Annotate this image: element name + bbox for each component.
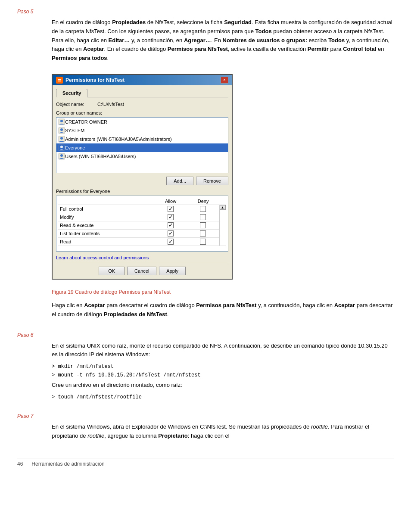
perm-name: Read <box>58 238 154 246</box>
user-icon <box>58 144 65 151</box>
paso5-section: Paso 5 En el cuadro de diálogo Propiedad… <box>17 9 394 319</box>
cancel-button[interactable]: Cancel <box>127 267 156 275</box>
unchecked-checkbox[interactable] <box>200 206 206 212</box>
object-name-value: C:\U\NfsTest <box>97 102 124 107</box>
perms-col-scroll <box>219 198 226 205</box>
user-icon <box>58 153 65 160</box>
dialog-close-button[interactable]: × <box>221 77 228 84</box>
svg-rect-2 <box>58 81 61 81</box>
dialog-title: Permissions for NfsTest <box>65 77 125 83</box>
table-row: Modify <box>58 213 226 221</box>
perm-allow-cell[interactable] <box>154 205 187 213</box>
group-label: Group or user names: <box>56 110 228 115</box>
paso5-content: En el cuadro de diálogo Propiedades de N… <box>52 18 394 63</box>
dialog-footer: OK Cancel Apply <box>56 263 228 275</box>
checked-checkbox[interactable] <box>168 230 174 236</box>
permissions-section: Permissions for Everyone Allow Deny <box>56 189 228 252</box>
paso7-label: Paso 7 <box>17 413 394 419</box>
table-row: Read <box>58 238 226 246</box>
add-remove-row: Add... Remove <box>56 177 228 185</box>
checked-checkbox[interactable] <box>168 214 174 220</box>
user-icon <box>58 136 65 143</box>
paso5-after-text: Haga clic en Aceptar para descartar el c… <box>52 301 394 319</box>
unchecked-checkbox[interactable] <box>200 239 206 245</box>
paso6-content: En el sistema UNIX como raíz, monte el r… <box>52 342 394 360</box>
user-icon <box>58 127 65 134</box>
scrollbar-area[interactable]: ▲ <box>219 205 226 246</box>
svg-rect-1 <box>58 79 61 80</box>
paso6-section: Paso 6 En el sistema UNIX como raíz, mon… <box>17 332 394 400</box>
paso7-content: En el sistema Windows, abra el Explorado… <box>52 423 394 441</box>
perm-allow-cell[interactable] <box>154 221 187 230</box>
user-icon <box>58 118 65 125</box>
user-item[interactable]: SYSTEM <box>56 126 228 135</box>
unchecked-checkbox[interactable] <box>200 214 206 220</box>
paso6-label: Paso 6 <box>17 332 394 338</box>
user-item[interactable]: Users (WIN-5TI68HAJ0A5\Users) <box>56 152 228 161</box>
remove-button[interactable]: Remove <box>196 177 228 185</box>
perms-col-deny: Deny <box>187 198 219 205</box>
apply-button[interactable]: Apply <box>159 267 186 275</box>
permissions-table: Allow Deny Full control <box>58 198 226 246</box>
perms-col-name <box>58 198 154 205</box>
perms-col-allow: Allow <box>154 198 187 205</box>
tab-security[interactable]: Security <box>56 89 87 97</box>
object-name-row: Object name: C:\U\NfsTest <box>56 102 228 107</box>
perm-allow-cell[interactable] <box>154 238 187 246</box>
table-row: Full control ▲ <box>58 205 226 213</box>
svg-point-4 <box>60 120 63 122</box>
perm-deny-cell[interactable] <box>187 213 219 221</box>
paso5-paragraph: En el cuadro de diálogo Propiedades de N… <box>52 18 394 63</box>
paso5-label: Paso 5 <box>17 9 394 15</box>
permissions-for-label: Permissions for Everyone <box>56 189 228 194</box>
table-row: Read & execute <box>58 221 226 230</box>
add-button[interactable]: Add... <box>166 177 193 185</box>
perm-allow-cell[interactable] <box>154 213 187 221</box>
svg-point-10 <box>60 146 63 148</box>
perm-name: Full control <box>58 205 154 213</box>
paso6-after-text: Cree un archivo en el directorio montado… <box>52 381 394 390</box>
permissions-dialog: Permissions for NfsTest × Security Objec… <box>52 74 233 280</box>
checked-checkbox[interactable] <box>168 206 174 212</box>
page-number: 46 <box>17 461 23 467</box>
titlebar-left: Permissions for NfsTest <box>56 77 125 84</box>
svg-point-8 <box>60 137 63 140</box>
checked-checkbox[interactable] <box>168 222 174 228</box>
user-item[interactable]: Everyone <box>56 143 228 152</box>
paso6-code2: > mount -t nfs 10.30.15.20:/NfsTest /mnt… <box>52 372 394 378</box>
dialog-icon <box>56 77 63 84</box>
paso7-paragraph: En el sistema Windows, abra el Explorado… <box>52 423 394 441</box>
checked-checkbox[interactable] <box>168 239 174 245</box>
ok-button[interactable]: OK <box>99 267 125 275</box>
paso6-paragraph: En el sistema UNIX como raíz, monte el r… <box>52 342 394 360</box>
user-item[interactable]: Administrators (WIN-5TI68HAJ0A5\Administ… <box>56 135 228 143</box>
user-item[interactable]: CREATOR OWNER <box>56 118 228 126</box>
permissions-inner: Allow Deny Full control <box>56 196 228 248</box>
page-footer: 46 Herramientas de administración <box>17 458 394 467</box>
perm-name: Read & execute <box>58 221 154 230</box>
figure-caption: Figura 19 Cuadro de diálogo Permisos par… <box>52 289 394 295</box>
learn-link[interactable]: Learn about access control and permissio… <box>56 255 149 260</box>
svg-rect-0 <box>57 78 62 82</box>
svg-point-6 <box>60 128 63 131</box>
object-name-label: Object name: <box>56 102 95 107</box>
tab-bar: Security <box>56 89 228 97</box>
permissions-container: Allow Deny Full control <box>56 196 228 252</box>
perm-deny-cell[interactable] <box>187 205 219 213</box>
paso6-code3: > touch /mnt/nfstest/rootfile <box>52 394 394 400</box>
perm-deny-cell[interactable] <box>187 221 219 230</box>
paso6-code1: > mkdir /mnt/nfstest <box>52 364 394 370</box>
users-list[interactable]: CREATOR OWNER SYSTEM Administrators (WIN… <box>56 117 228 173</box>
unchecked-checkbox[interactable] <box>200 230 206 236</box>
perm-name: Modify <box>58 213 154 221</box>
footer-section: Herramientas de administración <box>31 461 104 467</box>
paso7-section: Paso 7 En el sistema Windows, abra el Ex… <box>17 413 394 441</box>
perm-deny-cell[interactable] <box>187 238 219 246</box>
dialog-titlebar: Permissions for NfsTest × <box>53 75 232 85</box>
dialog-wrapper: Permissions for NfsTest × Security Objec… <box>52 74 233 280</box>
unchecked-checkbox[interactable] <box>200 222 206 228</box>
dialog-body: Security Object name: C:\U\NfsTest Group… <box>53 85 232 279</box>
svg-point-12 <box>60 154 63 157</box>
perm-deny-cell[interactable] <box>187 230 219 238</box>
perm-allow-cell[interactable] <box>154 230 187 238</box>
